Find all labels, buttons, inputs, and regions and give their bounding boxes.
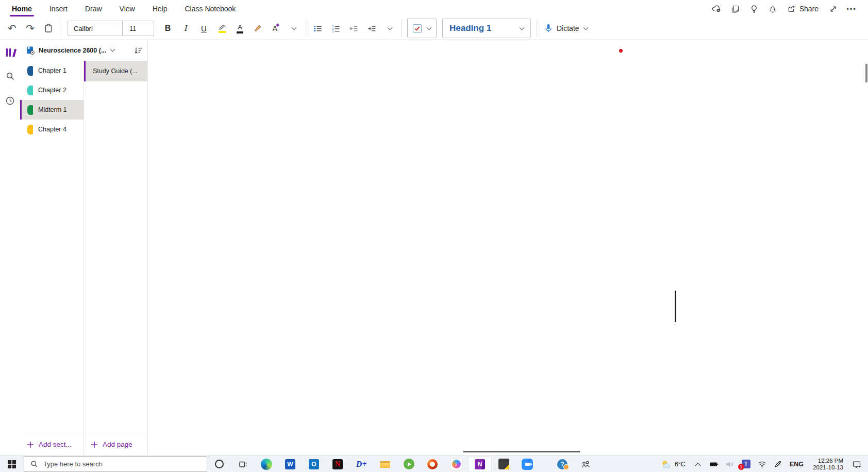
onenote-icon[interactable]: N: [468, 456, 492, 472]
italic-button[interactable]: I: [177, 20, 195, 37]
recent-notes-icon[interactable]: [4, 94, 17, 107]
itunes-icon[interactable]: ♪: [444, 456, 468, 472]
zoom-app-icon[interactable]: [515, 456, 539, 472]
search-input[interactable]: [43, 460, 201, 468]
redo-button[interactable]: ↷: [21, 20, 39, 37]
action-center-icon[interactable]: [845, 456, 868, 472]
page-label: Study Guide (...: [93, 68, 138, 75]
toolbar-separator: [60, 20, 60, 37]
task-view-button[interactable]: [231, 456, 255, 472]
add-page-label: Add page: [103, 441, 132, 448]
section-item-chapter-4[interactable]: Chapter 4: [20, 120, 84, 139]
font-size-select[interactable]: 11: [123, 21, 154, 36]
netflix-icon[interactable]: N: [326, 456, 349, 472]
horizontal-scrollbar-thumb[interactable]: [463, 451, 580, 452]
sticky-notes-icon[interactable]: [727, 2, 744, 16]
tab-home[interactable]: Home: [3, 0, 41, 18]
todo-tag-control[interactable]: [407, 19, 437, 38]
toolbar-separator: [402, 20, 402, 37]
taskbar-search[interactable]: [24, 456, 207, 472]
share-button[interactable]: Share: [783, 2, 823, 16]
section-item-midterm-1[interactable]: Midterm 1: [20, 100, 84, 120]
increase-indent-button[interactable]: [363, 20, 381, 37]
style-dropdown-chevron-icon: [520, 25, 525, 30]
file-explorer-icon[interactable]: [373, 456, 397, 472]
style-dropdown-value: Heading 1: [449, 23, 520, 33]
section-label: Chapter 4: [38, 126, 66, 133]
outlook-icon[interactable]: O: [302, 456, 326, 472]
search-icon[interactable]: [4, 70, 17, 83]
decrease-indent-button[interactable]: [345, 20, 363, 37]
language-indicator[interactable]: ENG: [786, 461, 807, 468]
highlighter-button[interactable]: [213, 20, 231, 37]
paste-button[interactable]: [39, 20, 57, 37]
show-hidden-icons-chevron[interactable]: [690, 456, 706, 472]
notebooks-library-icon[interactable]: [4, 45, 17, 59]
clear-formatting-button[interactable]: A ◆: [267, 20, 285, 37]
ink-dot: [619, 49, 623, 53]
add-section-button[interactable]: Add sect...: [20, 433, 84, 456]
todo-checkbox-icon: [413, 24, 422, 33]
start-button[interactable]: [0, 456, 24, 472]
undo-button[interactable]: ↶: [3, 20, 21, 37]
pen-icon[interactable]: [770, 456, 786, 472]
tab-help[interactable]: Help: [144, 0, 176, 18]
section-item-chapter-1[interactable]: Chapter 1: [20, 61, 84, 80]
taskbar-gap: [539, 456, 550, 472]
dictate-dropdown-chevron-icon[interactable]: [583, 25, 588, 30]
notes-app-icon[interactable]: [492, 456, 515, 472]
battery-icon[interactable]: [706, 456, 722, 472]
more-options-icon[interactable]: •••: [843, 2, 860, 16]
format-painter-button[interactable]: [249, 20, 267, 37]
media-play-icon[interactable]: [397, 456, 421, 472]
cortana-button[interactable]: [207, 456, 231, 472]
section-label: Chapter 1: [38, 67, 66, 74]
tab-view[interactable]: View: [111, 0, 144, 18]
style-dropdown[interactable]: Heading 1: [442, 19, 531, 38]
volume-icon[interactable]: [722, 456, 738, 472]
wifi-icon[interactable]: [754, 456, 770, 472]
toolbar-separator: [306, 20, 306, 37]
tab-insert[interactable]: Insert: [41, 0, 76, 18]
teams-icon[interactable]: T1: [738, 456, 754, 472]
page-item-study-guide[interactable]: Study Guide (...: [84, 61, 147, 81]
tag-dropdown-chevron-icon[interactable]: [427, 25, 432, 30]
lightbulb-icon[interactable]: [746, 2, 762, 16]
section-label: Midterm 1: [38, 106, 67, 113]
clock-date: 2021-10-13: [813, 464, 843, 471]
underline-button[interactable]: U: [195, 20, 213, 37]
bullet-list-button[interactable]: [309, 20, 327, 37]
sync-status-icon[interactable]: [709, 2, 725, 16]
get-help-icon[interactable]: ?: [550, 456, 574, 472]
font-name-select[interactable]: Calibri: [68, 21, 123, 36]
notebook-title[interactable]: Neuroscience 2600 (...: [39, 47, 106, 54]
sort-pages-icon[interactable]: [134, 46, 143, 55]
disney-plus-icon[interactable]: D+: [349, 456, 373, 472]
word-icon[interactable]: W: [278, 456, 302, 472]
numbered-list-button[interactable]: 123: [327, 20, 345, 37]
notebook-dropdown-chevron-icon[interactable]: [110, 47, 115, 52]
office-icon[interactable]: [421, 456, 444, 472]
edge-icon[interactable]: [255, 456, 278, 472]
add-page-button[interactable]: Add page: [84, 433, 147, 456]
resize-window-icon[interactable]: [825, 2, 841, 16]
section-color-tab: [27, 66, 33, 76]
font-color-button[interactable]: A: [231, 20, 249, 37]
tab-draw[interactable]: Draw: [76, 0, 111, 18]
tab-class-notebook[interactable]: Class Notebook: [176, 0, 244, 18]
clock[interactable]: 12:26 PM 2021-10-13: [807, 458, 845, 471]
section-item-chapter-2[interactable]: Chapter 2: [20, 80, 84, 100]
bold-button[interactable]: B: [159, 20, 177, 37]
vertical-scrollbar-thumb[interactable]: [865, 64, 867, 82]
page-canvas[interactable]: [147, 40, 868, 456]
section-color-tab: [27, 105, 33, 115]
formatting-toolbar: ↶ ↷ Calibri 11 B I U A: [0, 18, 868, 40]
menu-right-actions: Share •••: [709, 2, 865, 16]
paragraph-more-dropdown[interactable]: [381, 20, 399, 37]
notifications-bell-icon[interactable]: [764, 2, 781, 16]
weather-widget[interactable]: 6°C: [656, 456, 690, 472]
dictate-button[interactable]: Dictate: [540, 24, 593, 33]
font-more-dropdown[interactable]: [285, 20, 303, 37]
windows-taskbar: W O N D+ ♪ N ? 6°C T1: [0, 456, 868, 472]
people-icon[interactable]: [574, 456, 598, 472]
